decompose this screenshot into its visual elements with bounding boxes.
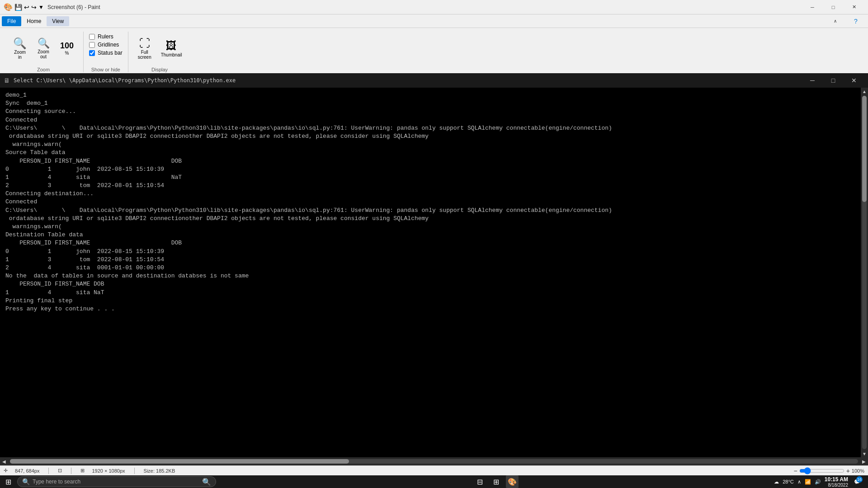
- widgets-button[interactable]: ⊞: [490, 475, 502, 488]
- terminal-line: 2 3 tom 2022-08-01 15:10:54: [5, 182, 863, 190]
- search-icon: 🔍: [22, 478, 30, 485]
- cmd-minimize-button[interactable]: ─: [802, 73, 823, 88]
- network-up-icon: ∧: [797, 479, 801, 485]
- terminal-line: Source Table data: [5, 149, 863, 157]
- scroll-v-thumb[interactable]: [862, 96, 867, 202]
- clock[interactable]: 10:15 AM 8/18/2022: [825, 476, 848, 488]
- cmd-title-bar: 🖥 Select C:\Users\ \AppData\Local\Progra…: [0, 73, 868, 88]
- zoom-100-button[interactable]: 100 %: [56, 39, 78, 58]
- scroll-v-track[interactable]: [862, 96, 867, 449]
- zoom-out-label: Zoomout: [38, 49, 49, 59]
- taskbar-center-icons: ⊟ ⊞ 🎨: [219, 475, 773, 488]
- rulers-label: Rulers: [98, 33, 113, 40]
- vertical-scrollbar[interactable]: ▲ ▼: [861, 88, 868, 457]
- notification-count: 16: [856, 476, 863, 483]
- search-colorful-icon: 🔍: [202, 478, 211, 486]
- zoom-in-button[interactable]: 🔍 Zoomin: [9, 35, 31, 62]
- terminal-line: 0 1 john 2022-08-15 15:10:39: [5, 248, 863, 256]
- gridlines-label: Gridlines: [98, 42, 119, 48]
- display-buttons: ⛶ Fullscreen 🖼 Thumbnail: [134, 32, 186, 65]
- terminal-line: demo_1: [5, 91, 863, 99]
- terminal-line: ordatabase string URI or sqlite3 DBAPI2 …: [5, 215, 863, 223]
- zoom-out-icon[interactable]: −: [793, 467, 797, 474]
- menu-view[interactable]: View: [47, 16, 69, 26]
- terminal-line: ordatabase string URI or sqlite3 DBAPI2 …: [5, 132, 863, 141]
- file-size: Size: 185.2KB: [144, 468, 175, 474]
- status-divider-2: [71, 468, 71, 474]
- paint-app-icon: 🎨: [4, 3, 13, 11]
- zoom-out-icon: 🔍: [38, 38, 50, 49]
- rulers-checkbox-label[interactable]: Rulers: [89, 33, 123, 40]
- thumbnail-icon: 🖼: [166, 39, 177, 52]
- terminal-line: warnings.warn(: [5, 141, 863, 149]
- scroll-up-arrow[interactable]: ▲: [861, 88, 868, 95]
- scroll-down-arrow[interactable]: ▼: [861, 450, 868, 457]
- taskbar-search[interactable]: 🔍 Type here to search 🔍: [17, 476, 216, 487]
- scroll-right-arrow[interactable]: ▶: [860, 457, 868, 465]
- paint-taskbar-button[interactable]: 🎨: [506, 475, 519, 488]
- terminal-line: Connecting source...: [5, 108, 863, 116]
- start-button[interactable]: ⊞: [2, 475, 14, 488]
- showhide-checkboxes: Rulers Gridlines Status bar: [89, 32, 123, 58]
- window-title: Screenshot (6) - Paint: [47, 4, 802, 10]
- cursor-position: 847, 684px: [15, 468, 39, 474]
- ribbon-minimize-button[interactable]: ∧: [825, 14, 845, 28]
- terminal-line: Destination Table data: [5, 231, 863, 239]
- cmd-icon: 🖥: [4, 77, 10, 84]
- image-size: 868 × 488px: [92, 468, 125, 474]
- undo-icon[interactable]: ↩: [24, 4, 29, 11]
- gridlines-checkbox-label[interactable]: Gridlines: [89, 42, 123, 48]
- help-button[interactable]: ?: [845, 14, 866, 28]
- fullscreen-label: Fullscreen: [138, 50, 151, 60]
- terminal-line: PERSON_ID FIRST_NAME DOB: [5, 157, 863, 165]
- terminal-line: 2 4 sita 0001-01-01 00:00:00: [5, 264, 863, 272]
- scroll-h-track[interactable]: [10, 459, 858, 464]
- menu-file[interactable]: File: [2, 16, 21, 26]
- horizontal-scrollbar[interactable]: ◀ ▶: [0, 457, 868, 465]
- scroll-h-thumb[interactable]: [10, 459, 349, 464]
- fullscreen-button[interactable]: ⛶ Fullscreen: [134, 35, 156, 62]
- zoom-in-icon[interactable]: +: [846, 467, 850, 474]
- statusbar-checkbox-label[interactable]: Status bar: [89, 50, 123, 56]
- zoom-100-label: %: [65, 51, 69, 56]
- terminal-line: Printing final step: [5, 297, 863, 305]
- terminal-line: No the data of tables in source and dest…: [5, 272, 863, 280]
- terminal-line: 1 4 sita NaT: [5, 289, 863, 297]
- zoom-slider[interactable]: [799, 467, 844, 474]
- terminal-line: 0 1 john 2022-08-15 15:10:39: [5, 165, 863, 174]
- terminal-line: 1 3 tom 2022-08-01 15:10:54: [5, 256, 863, 264]
- fullscreen-icon: ⛶: [139, 37, 150, 50]
- gridlines-checkbox[interactable]: [89, 42, 95, 48]
- thumbnail-button[interactable]: 🖼 Thumbnail: [157, 38, 186, 59]
- close-button[interactable]: ✕: [844, 0, 864, 14]
- redo-icon[interactable]: ↪: [31, 4, 37, 11]
- menu-bar: File Home View ∧ ?: [0, 14, 868, 28]
- showhide-group-label: Show or hide: [89, 65, 123, 72]
- rulers-checkbox[interactable]: [89, 34, 95, 40]
- search-placeholder: Type here to search: [33, 479, 80, 485]
- notification-badge[interactable]: 💬 16: [852, 476, 863, 487]
- cmd-close-button[interactable]: ✕: [844, 73, 864, 88]
- thumbnail-label: Thumbnail: [161, 52, 182, 57]
- status-divider-1: [48, 468, 49, 474]
- ribbon-display-group: ⛶ Fullscreen 🖼 Thumbnail Display: [128, 32, 191, 72]
- customize-icon[interactable]: ▼: [38, 4, 44, 10]
- weather-icon: ☁: [774, 479, 779, 485]
- cmd-maximize-button[interactable]: □: [823, 73, 844, 88]
- save-icon[interactable]: 💾: [14, 4, 22, 11]
- ribbon-zoom-group: 🔍 Zoomin 🔍 Zoomout 100 % Zoom: [4, 32, 84, 72]
- terminal-line: Connected: [5, 198, 863, 206]
- maximize-button[interactable]: □: [823, 0, 844, 14]
- zoom-out-button[interactable]: 🔍 Zoomout: [33, 36, 54, 61]
- menu-home[interactable]: Home: [21, 16, 47, 26]
- title-bar-icons: 🎨 💾 ↩ ↪ ▼: [4, 3, 44, 11]
- statusbar-checkbox[interactable]: [89, 50, 95, 56]
- terminal-output: demo_1Sync demo_1Connecting source...Con…: [0, 88, 868, 465]
- minimize-button[interactable]: ─: [802, 0, 823, 14]
- statusbar-label: Status bar: [98, 50, 123, 56]
- terminal-line: Sync demo_1: [5, 99, 863, 108]
- scroll-left-arrow[interactable]: ◀: [0, 457, 8, 465]
- date-display: 8/18/2022: [825, 483, 848, 488]
- task-view-button[interactable]: ⊟: [473, 475, 486, 488]
- title-bar: 🎨 💾 ↩ ↪ ▼ Screenshot (6) - Paint ─ □ ✕: [0, 0, 868, 14]
